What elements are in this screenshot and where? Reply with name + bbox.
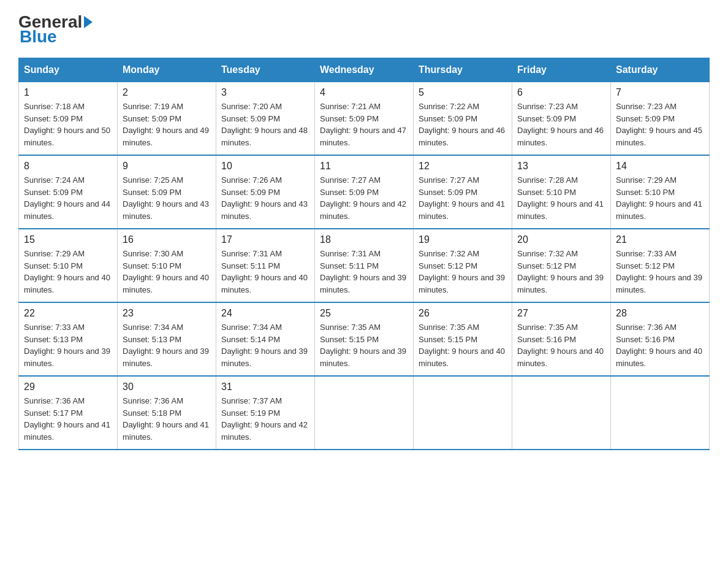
day-number: 29 <box>24 381 112 393</box>
logo: General Blue <box>18 12 94 47</box>
day-number: 12 <box>419 161 507 172</box>
day-info: Sunrise: 7:34 AMSunset: 5:13 PMDaylight:… <box>123 321 211 369</box>
day-info: Sunrise: 7:21 AMSunset: 5:09 PMDaylight:… <box>320 101 408 148</box>
day-info: Sunrise: 7:35 AMSunset: 5:15 PMDaylight:… <box>320 321 408 369</box>
calendar-cell: 15 Sunrise: 7:29 AMSunset: 5:10 PMDaylig… <box>19 229 118 302</box>
day-info: Sunrise: 7:33 AMSunset: 5:13 PMDaylight:… <box>24 321 112 369</box>
day-number: 28 <box>616 308 704 319</box>
day-number: 30 <box>123 381 211 393</box>
calendar-week-row: 29 Sunrise: 7:36 AMSunset: 5:17 PMDaylig… <box>19 376 710 450</box>
day-info: Sunrise: 7:37 AMSunset: 5:19 PMDaylight:… <box>221 395 309 443</box>
day-info: Sunrise: 7:31 AMSunset: 5:11 PMDaylight:… <box>320 248 408 296</box>
day-number: 10 <box>221 161 309 172</box>
day-info: Sunrise: 7:33 AMSunset: 5:12 PMDaylight:… <box>616 248 704 296</box>
day-info: Sunrise: 7:27 AMSunset: 5:09 PMDaylight:… <box>419 174 507 222</box>
calendar-cell: 22 Sunrise: 7:33 AMSunset: 5:13 PMDaylig… <box>19 302 118 376</box>
day-number: 31 <box>221 381 309 393</box>
day-number: 15 <box>24 234 112 245</box>
logo-arrow-icon <box>84 16 93 28</box>
calendar-cell: 13 Sunrise: 7:28 AMSunset: 5:10 PMDaylig… <box>512 155 611 229</box>
calendar-cell <box>611 376 710 450</box>
calendar-cell: 4 Sunrise: 7:21 AMSunset: 5:09 PMDayligh… <box>315 82 414 156</box>
calendar-cell <box>414 376 512 450</box>
calendar-cell: 27 Sunrise: 7:35 AMSunset: 5:16 PMDaylig… <box>512 302 611 376</box>
calendar-cell: 25 Sunrise: 7:35 AMSunset: 5:15 PMDaylig… <box>315 302 414 376</box>
day-info: Sunrise: 7:23 AMSunset: 5:09 PMDaylight:… <box>616 101 704 148</box>
calendar-cell: 26 Sunrise: 7:35 AMSunset: 5:15 PMDaylig… <box>414 302 512 376</box>
day-number: 3 <box>221 87 309 98</box>
day-number: 23 <box>123 308 211 319</box>
calendar-cell: 18 Sunrise: 7:31 AMSunset: 5:11 PMDaylig… <box>315 229 414 302</box>
column-header-monday: Monday <box>118 58 216 82</box>
calendar-cell: 12 Sunrise: 7:27 AMSunset: 5:09 PMDaylig… <box>414 155 512 229</box>
day-info: Sunrise: 7:32 AMSunset: 5:12 PMDaylight:… <box>419 248 507 296</box>
day-number: 7 <box>616 87 704 98</box>
day-info: Sunrise: 7:30 AMSunset: 5:10 PMDaylight:… <box>123 248 211 296</box>
calendar-cell: 9 Sunrise: 7:25 AMSunset: 5:09 PMDayligh… <box>118 155 216 229</box>
calendar-cell: 31 Sunrise: 7:37 AMSunset: 5:19 PMDaylig… <box>216 376 315 450</box>
calendar-cell: 17 Sunrise: 7:31 AMSunset: 5:11 PMDaylig… <box>216 229 315 302</box>
column-header-saturday: Saturday <box>611 58 710 82</box>
column-header-thursday: Thursday <box>414 58 512 82</box>
day-info: Sunrise: 7:23 AMSunset: 5:09 PMDaylight:… <box>517 101 605 148</box>
day-info: Sunrise: 7:36 AMSunset: 5:18 PMDaylight:… <box>123 395 211 443</box>
column-header-friday: Friday <box>512 58 611 82</box>
day-info: Sunrise: 7:29 AMSunset: 5:10 PMDaylight:… <box>24 248 112 296</box>
day-info: Sunrise: 7:20 AMSunset: 5:09 PMDaylight:… <box>221 101 309 148</box>
calendar-cell: 29 Sunrise: 7:36 AMSunset: 5:17 PMDaylig… <box>19 376 118 450</box>
day-number: 5 <box>419 87 507 98</box>
day-number: 6 <box>517 87 605 98</box>
day-info: Sunrise: 7:25 AMSunset: 5:09 PMDaylight:… <box>123 174 211 222</box>
day-info: Sunrise: 7:35 AMSunset: 5:16 PMDaylight:… <box>517 321 605 369</box>
day-info: Sunrise: 7:26 AMSunset: 5:09 PMDaylight:… <box>221 174 309 222</box>
day-number: 18 <box>320 234 408 245</box>
column-header-wednesday: Wednesday <box>315 58 414 82</box>
calendar-cell <box>512 376 611 450</box>
day-number: 8 <box>24 161 112 172</box>
day-number: 16 <box>123 234 211 245</box>
calendar-cell: 24 Sunrise: 7:34 AMSunset: 5:14 PMDaylig… <box>216 302 315 376</box>
calendar-cell: 8 Sunrise: 7:24 AMSunset: 5:09 PMDayligh… <box>19 155 118 229</box>
calendar-cell: 7 Sunrise: 7:23 AMSunset: 5:09 PMDayligh… <box>611 82 710 156</box>
day-number: 24 <box>221 308 309 319</box>
day-number: 26 <box>419 308 507 319</box>
calendar-week-row: 8 Sunrise: 7:24 AMSunset: 5:09 PMDayligh… <box>19 155 710 229</box>
calendar-cell: 3 Sunrise: 7:20 AMSunset: 5:09 PMDayligh… <box>216 82 315 156</box>
day-number: 20 <box>517 234 605 245</box>
day-info: Sunrise: 7:19 AMSunset: 5:09 PMDaylight:… <box>123 101 211 148</box>
day-info: Sunrise: 7:22 AMSunset: 5:09 PMDaylight:… <box>419 101 507 148</box>
calendar-cell: 1 Sunrise: 7:18 AMSunset: 5:09 PMDayligh… <box>19 82 118 156</box>
day-number: 9 <box>123 161 211 172</box>
calendar-cell: 6 Sunrise: 7:23 AMSunset: 5:09 PMDayligh… <box>512 82 611 156</box>
column-header-tuesday: Tuesday <box>216 58 315 82</box>
calendar-header-row: SundayMondayTuesdayWednesdayThursdayFrid… <box>19 58 710 82</box>
day-info: Sunrise: 7:35 AMSunset: 5:15 PMDaylight:… <box>419 321 507 369</box>
calendar-cell: 2 Sunrise: 7:19 AMSunset: 5:09 PMDayligh… <box>118 82 216 156</box>
day-number: 11 <box>320 161 408 172</box>
calendar-cell: 21 Sunrise: 7:33 AMSunset: 5:12 PMDaylig… <box>611 229 710 302</box>
calendar-cell: 19 Sunrise: 7:32 AMSunset: 5:12 PMDaylig… <box>414 229 512 302</box>
day-info: Sunrise: 7:31 AMSunset: 5:11 PMDaylight:… <box>221 248 309 296</box>
day-number: 4 <box>320 87 408 98</box>
day-number: 17 <box>221 234 309 245</box>
calendar-cell: 5 Sunrise: 7:22 AMSunset: 5:09 PMDayligh… <box>414 82 512 156</box>
calendar-cell: 20 Sunrise: 7:32 AMSunset: 5:12 PMDaylig… <box>512 229 611 302</box>
day-info: Sunrise: 7:29 AMSunset: 5:10 PMDaylight:… <box>616 174 704 222</box>
day-info: Sunrise: 7:28 AMSunset: 5:10 PMDaylight:… <box>517 174 605 222</box>
day-info: Sunrise: 7:36 AMSunset: 5:16 PMDaylight:… <box>616 321 704 369</box>
calendar-cell <box>315 376 414 450</box>
day-number: 1 <box>24 87 112 98</box>
calendar-cell: 14 Sunrise: 7:29 AMSunset: 5:10 PMDaylig… <box>611 155 710 229</box>
column-header-sunday: Sunday <box>19 58 118 82</box>
day-info: Sunrise: 7:32 AMSunset: 5:12 PMDaylight:… <box>517 248 605 296</box>
day-info: Sunrise: 7:27 AMSunset: 5:09 PMDaylight:… <box>320 174 408 222</box>
calendar-cell: 23 Sunrise: 7:34 AMSunset: 5:13 PMDaylig… <box>118 302 216 376</box>
day-info: Sunrise: 7:18 AMSunset: 5:09 PMDaylight:… <box>24 101 112 148</box>
page-header: General Blue <box>18 12 710 47</box>
day-number: 27 <box>517 308 605 319</box>
day-number: 25 <box>320 308 408 319</box>
day-info: Sunrise: 7:34 AMSunset: 5:14 PMDaylight:… <box>221 321 309 369</box>
calendar-week-row: 22 Sunrise: 7:33 AMSunset: 5:13 PMDaylig… <box>19 302 710 376</box>
day-info: Sunrise: 7:24 AMSunset: 5:09 PMDaylight:… <box>24 174 112 222</box>
calendar-cell: 30 Sunrise: 7:36 AMSunset: 5:18 PMDaylig… <box>118 376 216 450</box>
